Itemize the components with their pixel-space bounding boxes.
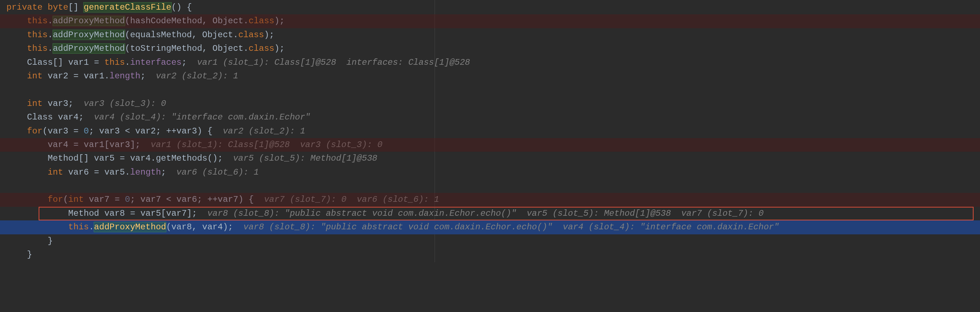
code-line[interactable]: int var6 = var5.length; var6 (slot_6): 1 — [0, 166, 980, 179]
code-line[interactable]: Class var4; var4 (slot_4): "interface co… — [0, 111, 980, 124]
field-ref: length — [110, 71, 140, 81]
code-line[interactable] — [0, 83, 980, 97]
inline-debug-comment: var8 (slot_8): "public abstract void com… — [243, 222, 780, 232]
method-call-highlight: addProxyMethod — [53, 30, 125, 40]
declaration: Class[] var1 = — [27, 57, 105, 67]
keyword-byte: byte — [48, 3, 68, 12]
code-line[interactable]: Class[] var1 = this.interfaces; var1 (sl… — [0, 56, 980, 69]
keyword-for: for — [27, 126, 43, 136]
code-line[interactable]: for(var3 = 0; var3 < var2; ++var3) { var… — [0, 124, 980, 138]
keyword-this: this — [105, 57, 125, 67]
inline-debug-comment: var5 (slot_5): Method[1]@538 — [233, 153, 377, 163]
keyword-this: this — [27, 44, 48, 53]
keyword-this: this — [27, 16, 48, 26]
parens: () { — [171, 3, 192, 12]
keyword-int: int — [27, 71, 43, 81]
declaration: Class var4; — [27, 112, 94, 122]
brackets: [] — [68, 3, 84, 12]
inline-debug-comment: var6 (slot_6): 1 — [176, 167, 259, 177]
field-ref: length — [130, 167, 161, 177]
keyword-this: this — [68, 222, 89, 232]
code-line[interactable]: this.addProxyMethod(hashCodeMethod, Obje… — [0, 14, 980, 28]
code-line[interactable]: this.addProxyMethod(toStringMethod, Obje… — [0, 42, 980, 56]
code-line[interactable]: this.addProxyMethod(equalsMethod, Object… — [0, 28, 980, 42]
inline-debug-comment: var8 (slot_8): "public abstract void com… — [207, 209, 764, 218]
code-line[interactable]: Method[] var5 = var4.getMethods(); var5 … — [0, 152, 980, 165]
code-line[interactable]: } — [0, 234, 980, 248]
code-line[interactable]: int var3; var3 (slot_3): 0 — [0, 97, 980, 111]
keyword-for: for — [48, 195, 63, 204]
method-call-highlight: addProxyMethod — [53, 44, 125, 53]
method-call-highlight: addProxyMethod — [53, 16, 125, 26]
keyword-this: this — [27, 30, 48, 40]
code-line[interactable]: int var2 = var1.length; var2 (slot_2): 1 — [0, 69, 980, 83]
execution-point-line[interactable]: this.addProxyMethod(var8, var4); var8 (s… — [0, 220, 980, 234]
keyword-int: int — [48, 167, 63, 177]
inline-debug-comment: var2 (slot_2): 1 — [223, 126, 305, 136]
inline-debug-comment: var2 (slot_2): 1 — [156, 71, 238, 81]
breakpoint-line[interactable]: Method var8 = var5[var7]; var8 (slot_8):… — [0, 207, 980, 220]
keyword-class: class — [248, 44, 274, 53]
number-literal: 0 — [125, 195, 130, 204]
keyword-int: int — [27, 99, 43, 108]
code-line[interactable]: private byte[] generateClassFile() { — [0, 1, 980, 14]
code-line[interactable]: } — [0, 248, 980, 261]
keyword-private: private — [6, 3, 43, 12]
code-editor[interactable]: private byte[] generateClassFile() { thi… — [0, 0, 980, 262]
keyword-class: class — [248, 16, 274, 26]
declaration: Method[] var5 = var4.getMethods(); — [48, 153, 233, 163]
inline-debug-comment: var4 (slot_4): "interface com.daxin.Echo… — [94, 112, 310, 122]
number-literal: 0 — [84, 126, 89, 136]
inline-debug-comment: var1 (slot_1): Class[1]@528 var3 (slot_3… — [151, 140, 382, 150]
code-line[interactable] — [0, 179, 980, 193]
field-ref: interfaces — [130, 57, 182, 67]
code-line[interactable]: for(int var7 = 0; var7 < var6; ++var7) {… — [0, 193, 980, 207]
inline-debug-comment: var3 (slot_3): 0 — [84, 99, 166, 108]
method-call-highlight: addProxyMethod — [94, 222, 166, 232]
inline-debug-comment: var7 (slot_7): 0 var6 (slot_6): 1 — [264, 195, 439, 204]
code-line[interactable]: var4 = var1[var3]; var1 (slot_1): Class[… — [0, 138, 980, 152]
keyword-int: int — [68, 195, 84, 204]
keyword-class: class — [238, 30, 264, 40]
inline-debug-comment: var1 (slot_1): Class[1]@528 interfaces: … — [197, 57, 470, 67]
method-name-highlight: generateClassFile — [84, 3, 171, 12]
